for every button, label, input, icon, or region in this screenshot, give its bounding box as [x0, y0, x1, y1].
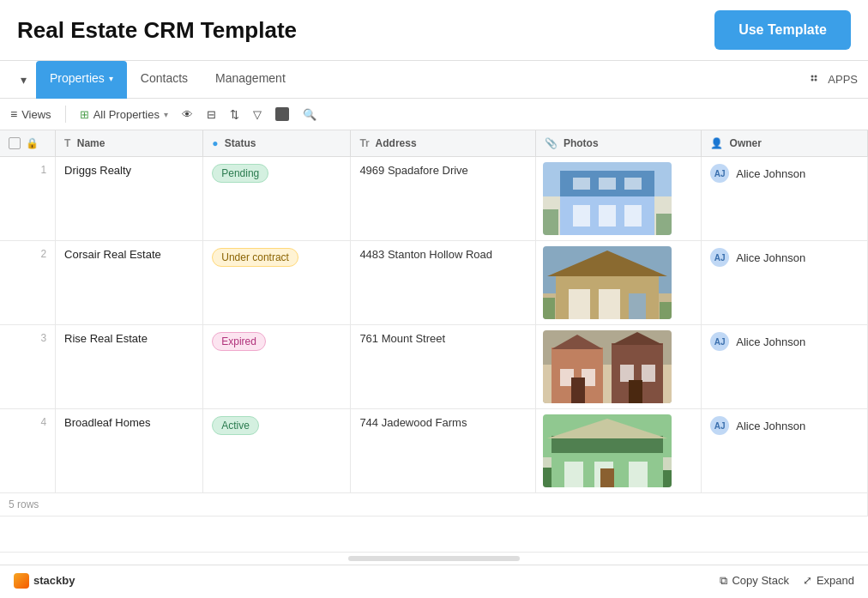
owner-3: AJ Alice Johnson — [710, 332, 859, 351]
table-row: 2 Corsair Real Estate Under contract 448… — [0, 241, 868, 325]
apps-button[interactable]: APPS — [809, 73, 858, 87]
table-row: 1 Driggs Realty Pending 4969 Spadafore D… — [0, 157, 868, 241]
owner-name-3: Alice Johnson — [736, 335, 805, 348]
attachment-icon: 📎 — [545, 137, 558, 149]
owner-name-2: Alice Johnson — [736, 251, 805, 264]
col-header-owner[interactable]: 👤 Owner — [702, 130, 868, 157]
cell-status-4: Active — [203, 409, 351, 493]
text-type-icon: T — [64, 137, 70, 149]
col-header-status[interactable]: ● Status — [203, 130, 351, 157]
cell-status-3: Expired — [203, 325, 351, 409]
nav-collapse-button[interactable]: ▾ — [10, 67, 36, 93]
cell-photos-1 — [535, 157, 702, 241]
photo-1[interactable] — [543, 162, 672, 235]
svg-rect-44 — [629, 462, 648, 487]
svg-rect-14 — [543, 209, 558, 235]
status-badge-4: Active — [212, 416, 259, 435]
cell-owner-2: AJ Alice Johnson — [702, 241, 868, 325]
table-row: 4 Broadleaf Homes Active 744 Jadewood Fa… — [0, 409, 868, 493]
svg-rect-22 — [629, 293, 646, 319]
copy-icon: ⧉ — [720, 574, 727, 588]
svg-rect-23 — [543, 298, 555, 319]
col-header-rownum: 🔒 — [0, 130, 56, 157]
photo-4[interactable] — [543, 414, 672, 487]
svg-rect-45 — [600, 468, 614, 487]
sort-icon: ⇅ — [230, 108, 239, 121]
chevron-down-icon: ▾ — [109, 74, 113, 83]
nav-tab-properties-label: Properties — [50, 71, 105, 85]
col-owner-label: Owner — [730, 137, 762, 149]
photo-2[interactable] — [543, 246, 672, 319]
filter-adjust-button[interactable]: ⊟ — [207, 108, 216, 121]
svg-rect-20 — [569, 289, 590, 319]
row-number-3: 3 — [0, 325, 56, 409]
color-button[interactable] — [275, 107, 289, 121]
nav-tab-contacts[interactable]: Contacts — [127, 61, 202, 99]
status-badge-2: Under contract — [212, 248, 298, 267]
footer-right: ⧉ Copy Stack ⤢ Expand — [720, 574, 854, 588]
nav-tab-management-label: Management — [215, 71, 286, 85]
app-footer: stackby ⧉ Copy Stack ⤢ Expand — [0, 565, 868, 595]
nav-tab-properties[interactable]: Properties ▾ — [36, 61, 127, 99]
svg-rect-47 — [663, 470, 672, 487]
owner-4: AJ Alice Johnson — [710, 416, 859, 435]
grid-icon: ⊞ — [80, 108, 89, 121]
footer-left: stackby — [14, 573, 75, 589]
col-status-label: Status — [225, 137, 256, 149]
select-all-checkbox[interactable] — [9, 137, 21, 149]
col-header-address[interactable]: Tr Address — [351, 130, 535, 157]
filter-button[interactable]: ▽ — [253, 108, 262, 121]
svg-rect-24 — [660, 302, 672, 319]
copy-stack-button[interactable]: ⧉ Copy Stack — [720, 574, 788, 588]
table-header-row: 🔒 T Name ● Status Tr Address 📎 Phot — [0, 130, 868, 157]
use-template-button[interactable]: Use Template — [714, 10, 851, 50]
adjust-icon: ⊟ — [207, 108, 216, 121]
app-header: Real Estate CRM Template Use Template — [0, 0, 868, 61]
col-header-photos[interactable]: 📎 Photos — [535, 130, 702, 157]
svg-rect-15 — [656, 214, 672, 235]
row-number-4: 4 — [0, 409, 56, 493]
all-properties-label: All Properties — [93, 108, 160, 121]
cell-name-1: Driggs Realty — [56, 157, 203, 241]
avatar-3: AJ — [710, 332, 729, 351]
properties-table: 🔒 T Name ● Status Tr Address 📎 Phot — [0, 130, 868, 516]
status-badge-1: Pending — [212, 164, 268, 183]
row-number-2: 2 — [0, 241, 56, 325]
apps-label: APPS — [828, 73, 858, 86]
all-properties-button[interactable]: ⊞ All Properties ▾ — [80, 108, 168, 121]
sort-button[interactable]: ⇅ — [230, 108, 239, 121]
svg-rect-33 — [620, 365, 634, 382]
chevron-down-icon-2: ▾ — [164, 110, 168, 119]
toolbar-divider-1 — [65, 106, 66, 123]
svg-rect-12 — [599, 178, 616, 190]
cell-address-3: 761 Mount Street — [351, 325, 535, 409]
col-name-label: Name — [77, 137, 105, 149]
cell-photos-2 — [535, 241, 702, 325]
svg-rect-13 — [624, 178, 642, 190]
owner-1: AJ Alice Johnson — [710, 164, 859, 183]
horizontal-scrollbar[interactable] — [0, 552, 868, 565]
cell-name-3: Rise Real Estate — [56, 325, 203, 409]
cell-photos-3 — [535, 325, 702, 409]
cell-name-4: Broadleaf Homes — [56, 409, 203, 493]
svg-point-0 — [811, 75, 814, 77]
svg-point-1 — [815, 75, 817, 77]
views-button[interactable]: ≡ Views — [10, 107, 51, 121]
avatar-4: AJ — [710, 416, 729, 435]
page-title: Real Estate CRM Template — [17, 17, 297, 44]
stackby-logo-icon — [14, 573, 29, 589]
photo-3[interactable] — [543, 330, 672, 403]
funnel-icon: ▽ — [253, 108, 262, 121]
main-table-container: 🔒 T Name ● Status Tr Address 📎 Phot — [0, 130, 868, 552]
nav-tab-management[interactable]: Management — [202, 61, 299, 99]
col-header-name[interactable]: T Name — [56, 130, 203, 157]
expand-button[interactable]: ⤢ Expand — [803, 574, 854, 587]
table-footer-row: 5 rows — [0, 493, 868, 516]
cell-owner-1: AJ Alice Johnson — [702, 157, 868, 241]
svg-rect-35 — [571, 378, 585, 403]
cell-name-2: Corsair Real Estate — [56, 241, 203, 325]
search-button[interactable]: 🔍 — [303, 108, 316, 121]
avatar-2: AJ — [710, 248, 729, 267]
eye-button[interactable]: 👁 — [182, 108, 193, 121]
search-icon: 🔍 — [303, 108, 316, 121]
